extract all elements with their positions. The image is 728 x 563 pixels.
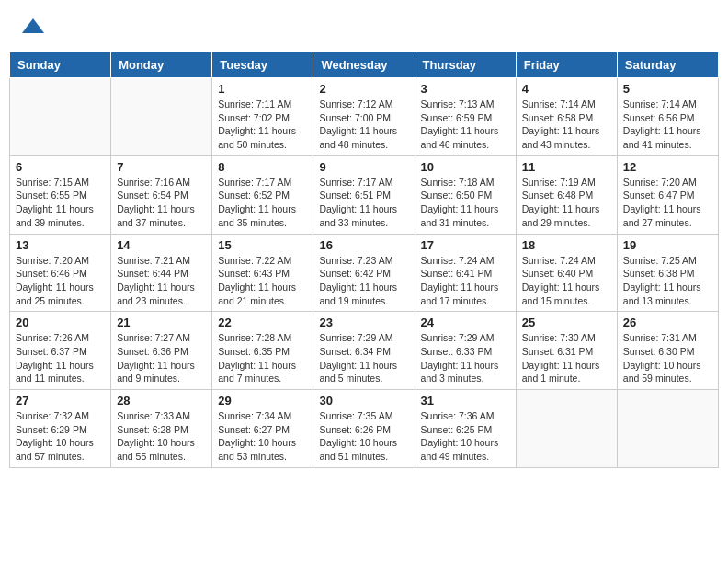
week-row-4: 20Sunrise: 7:26 AM Sunset: 6:37 PM Dayli… bbox=[10, 312, 719, 390]
day-number: 1 bbox=[218, 82, 307, 96]
weekday-header-monday: Monday bbox=[111, 52, 212, 78]
day-info: Sunrise: 7:11 AM Sunset: 7:02 PM Dayligh… bbox=[218, 98, 307, 152]
day-info: Sunrise: 7:26 AM Sunset: 6:37 PM Dayligh… bbox=[16, 331, 105, 385]
day-info: Sunrise: 7:24 AM Sunset: 6:40 PM Dayligh… bbox=[522, 254, 611, 308]
day-cell: 5Sunrise: 7:14 AM Sunset: 6:56 PM Daylig… bbox=[617, 78, 718, 156]
day-info: Sunrise: 7:15 AM Sunset: 6:55 PM Dayligh… bbox=[16, 176, 105, 230]
day-number: 23 bbox=[319, 316, 408, 329]
day-cell: 16Sunrise: 7:23 AM Sunset: 6:42 PM Dayli… bbox=[313, 234, 415, 312]
day-cell bbox=[10, 78, 111, 156]
day-info: Sunrise: 7:17 AM Sunset: 6:52 PM Dayligh… bbox=[218, 176, 307, 230]
day-number: 15 bbox=[218, 238, 307, 252]
day-cell: 4Sunrise: 7:14 AM Sunset: 6:58 PM Daylig… bbox=[516, 78, 617, 156]
day-number: 28 bbox=[117, 394, 206, 408]
day-info: Sunrise: 7:18 AM Sunset: 6:50 PM Dayligh… bbox=[421, 176, 510, 230]
day-number: 3 bbox=[421, 82, 510, 96]
day-cell: 14Sunrise: 7:21 AM Sunset: 6:44 PM Dayli… bbox=[111, 234, 212, 312]
day-info: Sunrise: 7:25 AM Sunset: 6:38 PM Dayligh… bbox=[623, 254, 712, 308]
day-info: Sunrise: 7:21 AM Sunset: 6:44 PM Dayligh… bbox=[117, 254, 206, 308]
day-cell bbox=[516, 390, 617, 468]
day-info: Sunrise: 7:30 AM Sunset: 6:31 PM Dayligh… bbox=[522, 331, 611, 385]
day-info: Sunrise: 7:13 AM Sunset: 6:59 PM Dayligh… bbox=[421, 98, 510, 152]
page-header bbox=[0, 0, 728, 52]
day-cell: 17Sunrise: 7:24 AM Sunset: 6:41 PM Dayli… bbox=[415, 234, 516, 312]
day-cell: 10Sunrise: 7:18 AM Sunset: 6:50 PM Dayli… bbox=[415, 155, 516, 234]
week-row-1: 1Sunrise: 7:11 AM Sunset: 7:02 PM Daylig… bbox=[10, 78, 719, 156]
day-info: Sunrise: 7:35 AM Sunset: 6:26 PM Dayligh… bbox=[319, 409, 408, 464]
day-number: 2 bbox=[319, 82, 408, 96]
day-cell: 13Sunrise: 7:20 AM Sunset: 6:46 PM Dayli… bbox=[10, 234, 111, 312]
day-info: Sunrise: 7:24 AM Sunset: 6:41 PM Dayligh… bbox=[421, 254, 510, 308]
weekday-header-sunday: Sunday bbox=[10, 52, 111, 78]
day-info: Sunrise: 7:12 AM Sunset: 7:00 PM Dayligh… bbox=[319, 98, 408, 152]
day-number: 29 bbox=[218, 394, 307, 408]
week-row-2: 6Sunrise: 7:15 AM Sunset: 6:55 PM Daylig… bbox=[10, 155, 719, 234]
day-number: 13 bbox=[16, 238, 105, 252]
day-info: Sunrise: 7:20 AM Sunset: 6:46 PM Dayligh… bbox=[16, 254, 105, 308]
day-number: 19 bbox=[623, 238, 712, 252]
day-cell: 3Sunrise: 7:13 AM Sunset: 6:59 PM Daylig… bbox=[415, 78, 516, 156]
day-number: 4 bbox=[522, 82, 611, 96]
day-number: 9 bbox=[319, 160, 408, 174]
day-info: Sunrise: 7:14 AM Sunset: 6:56 PM Dayligh… bbox=[623, 98, 712, 152]
day-number: 31 bbox=[421, 394, 510, 408]
day-number: 22 bbox=[218, 316, 307, 329]
day-info: Sunrise: 7:31 AM Sunset: 6:30 PM Dayligh… bbox=[623, 331, 712, 385]
day-cell bbox=[617, 390, 718, 468]
day-number: 27 bbox=[16, 394, 105, 408]
calendar-table: SundayMondayTuesdayWednesdayThursdayFrid… bbox=[9, 52, 719, 468]
day-cell: 12Sunrise: 7:20 AM Sunset: 6:47 PM Dayli… bbox=[617, 155, 718, 234]
day-info: Sunrise: 7:28 AM Sunset: 6:35 PM Dayligh… bbox=[218, 331, 307, 385]
day-info: Sunrise: 7:19 AM Sunset: 6:48 PM Dayligh… bbox=[522, 176, 611, 230]
day-cell: 6Sunrise: 7:15 AM Sunset: 6:55 PM Daylig… bbox=[10, 155, 111, 234]
day-number: 8 bbox=[218, 160, 307, 174]
logo-icon bbox=[18, 15, 48, 44]
day-number: 7 bbox=[117, 160, 206, 174]
day-cell: 30Sunrise: 7:35 AM Sunset: 6:26 PM Dayli… bbox=[313, 390, 415, 468]
day-number: 21 bbox=[117, 316, 206, 329]
day-info: Sunrise: 7:17 AM Sunset: 6:51 PM Dayligh… bbox=[319, 176, 408, 230]
day-number: 26 bbox=[623, 316, 712, 329]
day-cell: 20Sunrise: 7:26 AM Sunset: 6:37 PM Dayli… bbox=[10, 312, 111, 390]
day-info: Sunrise: 7:32 AM Sunset: 6:29 PM Dayligh… bbox=[16, 409, 105, 464]
day-cell: 9Sunrise: 7:17 AM Sunset: 6:51 PM Daylig… bbox=[313, 155, 415, 234]
day-info: Sunrise: 7:23 AM Sunset: 6:42 PM Dayligh… bbox=[319, 254, 408, 308]
week-row-3: 13Sunrise: 7:20 AM Sunset: 6:46 PM Dayli… bbox=[10, 234, 719, 312]
weekday-header-saturday: Saturday bbox=[617, 52, 718, 78]
day-number: 6 bbox=[16, 160, 105, 174]
day-info: Sunrise: 7:34 AM Sunset: 6:27 PM Dayligh… bbox=[218, 409, 307, 464]
day-number: 16 bbox=[319, 238, 408, 252]
day-info: Sunrise: 7:22 AM Sunset: 6:43 PM Dayligh… bbox=[218, 254, 307, 308]
day-info: Sunrise: 7:14 AM Sunset: 6:58 PM Dayligh… bbox=[522, 98, 611, 152]
day-cell: 18Sunrise: 7:24 AM Sunset: 6:40 PM Dayli… bbox=[516, 234, 617, 312]
day-cell: 7Sunrise: 7:16 AM Sunset: 6:54 PM Daylig… bbox=[111, 155, 212, 234]
day-cell: 24Sunrise: 7:29 AM Sunset: 6:33 PM Dayli… bbox=[415, 312, 516, 390]
week-row-5: 27Sunrise: 7:32 AM Sunset: 6:29 PM Dayli… bbox=[10, 390, 719, 468]
logo bbox=[18, 15, 48, 44]
day-number: 20 bbox=[16, 316, 105, 329]
weekday-header-friday: Friday bbox=[516, 52, 617, 78]
day-cell: 2Sunrise: 7:12 AM Sunset: 7:00 PM Daylig… bbox=[313, 78, 415, 156]
day-number: 5 bbox=[623, 82, 712, 96]
weekday-header-row: SundayMondayTuesdayWednesdayThursdayFrid… bbox=[10, 52, 719, 78]
day-info: Sunrise: 7:16 AM Sunset: 6:54 PM Dayligh… bbox=[117, 176, 206, 230]
day-cell: 29Sunrise: 7:34 AM Sunset: 6:27 PM Dayli… bbox=[212, 390, 313, 468]
day-number: 12 bbox=[623, 160, 712, 174]
day-cell: 22Sunrise: 7:28 AM Sunset: 6:35 PM Dayli… bbox=[212, 312, 313, 390]
day-cell: 8Sunrise: 7:17 AM Sunset: 6:52 PM Daylig… bbox=[212, 155, 313, 234]
weekday-header-thursday: Thursday bbox=[415, 52, 516, 78]
day-cell: 23Sunrise: 7:29 AM Sunset: 6:34 PM Dayli… bbox=[313, 312, 415, 390]
day-cell: 11Sunrise: 7:19 AM Sunset: 6:48 PM Dayli… bbox=[516, 155, 617, 234]
day-info: Sunrise: 7:29 AM Sunset: 6:33 PM Dayligh… bbox=[421, 331, 510, 385]
day-info: Sunrise: 7:27 AM Sunset: 6:36 PM Dayligh… bbox=[117, 331, 206, 385]
day-number: 30 bbox=[319, 394, 408, 408]
day-cell: 28Sunrise: 7:33 AM Sunset: 6:28 PM Dayli… bbox=[111, 390, 212, 468]
day-cell: 19Sunrise: 7:25 AM Sunset: 6:38 PM Dayli… bbox=[617, 234, 718, 312]
day-cell: 27Sunrise: 7:32 AM Sunset: 6:29 PM Dayli… bbox=[10, 390, 111, 468]
day-cell: 15Sunrise: 7:22 AM Sunset: 6:43 PM Dayli… bbox=[212, 234, 313, 312]
day-info: Sunrise: 7:29 AM Sunset: 6:34 PM Dayligh… bbox=[319, 331, 408, 385]
day-cell bbox=[111, 78, 212, 156]
day-info: Sunrise: 7:36 AM Sunset: 6:25 PM Dayligh… bbox=[421, 409, 510, 464]
day-number: 14 bbox=[117, 238, 206, 252]
weekday-header-tuesday: Tuesday bbox=[212, 52, 313, 78]
